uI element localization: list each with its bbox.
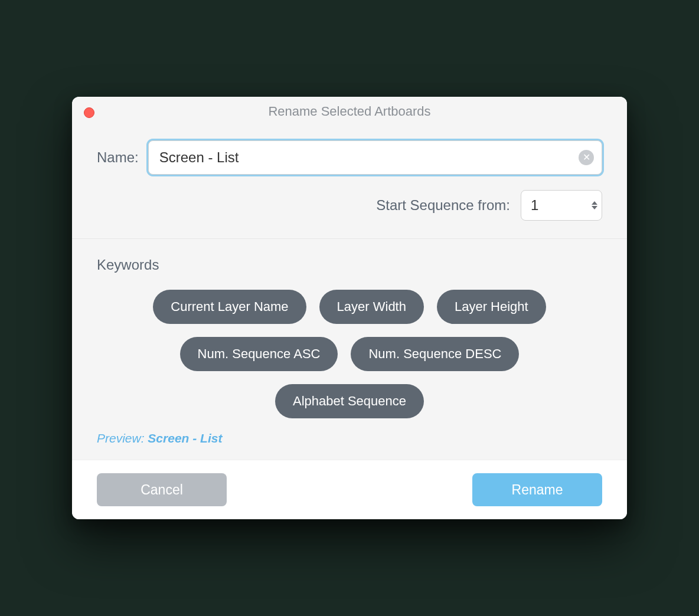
sequence-input-wrap: [521, 190, 602, 221]
sequence-input[interactable]: [521, 190, 602, 221]
preview-label: Preview:: [97, 431, 148, 445]
keywords-heading: Keywords: [97, 257, 602, 273]
keyword-alphabet-sequence[interactable]: Alphabet Sequence: [275, 384, 424, 418]
stepper-arrows: [592, 201, 597, 209]
keyword-num-sequence-desc[interactable]: Num. Sequence DESC: [351, 337, 519, 371]
preview-value: Screen - List: [148, 431, 222, 445]
sequence-label: Start Sequence from:: [376, 197, 510, 214]
keywords-row-2: Num. Sequence ASC Num. Sequence DESC: [97, 337, 602, 371]
dialog-footer: Cancel Rename: [72, 460, 627, 519]
name-input-wrap: ✕: [148, 140, 602, 175]
name-row: Name: ✕: [97, 140, 602, 175]
keyword-current-layer-name[interactable]: Current Layer Name: [153, 290, 306, 324]
rename-button[interactable]: Rename: [472, 473, 602, 506]
close-window-button[interactable]: [84, 107, 94, 118]
stepper-down-icon[interactable]: [592, 206, 597, 209]
keyword-layer-width[interactable]: Layer Width: [319, 290, 424, 324]
dialog-title: Rename Selected Artboards: [268, 104, 430, 119]
preview-line: Preview: Screen - List: [97, 431, 602, 445]
keywords-row-1: Current Layer Name Layer Width Layer Hei…: [97, 290, 602, 324]
name-input[interactable]: [148, 140, 602, 175]
name-label: Name:: [97, 149, 139, 166]
titlebar: Rename Selected Artboards: [72, 97, 627, 126]
name-section: Name: ✕ Start Sequence from:: [72, 126, 627, 238]
keyword-layer-height[interactable]: Layer Height: [437, 290, 546, 324]
keywords-row-3: Alphabet Sequence: [97, 384, 602, 418]
rename-artboards-dialog: Rename Selected Artboards Name: ✕ Start …: [72, 97, 627, 519]
keywords-section: Keywords Current Layer Name Layer Width …: [72, 239, 627, 460]
clear-input-button[interactable]: ✕: [579, 150, 594, 165]
sequence-row: Start Sequence from:: [97, 190, 602, 221]
close-icon: ✕: [583, 153, 590, 162]
stepper-up-icon[interactable]: [592, 201, 597, 205]
cancel-button[interactable]: Cancel: [97, 473, 227, 506]
keyword-num-sequence-asc[interactable]: Num. Sequence ASC: [180, 337, 338, 371]
